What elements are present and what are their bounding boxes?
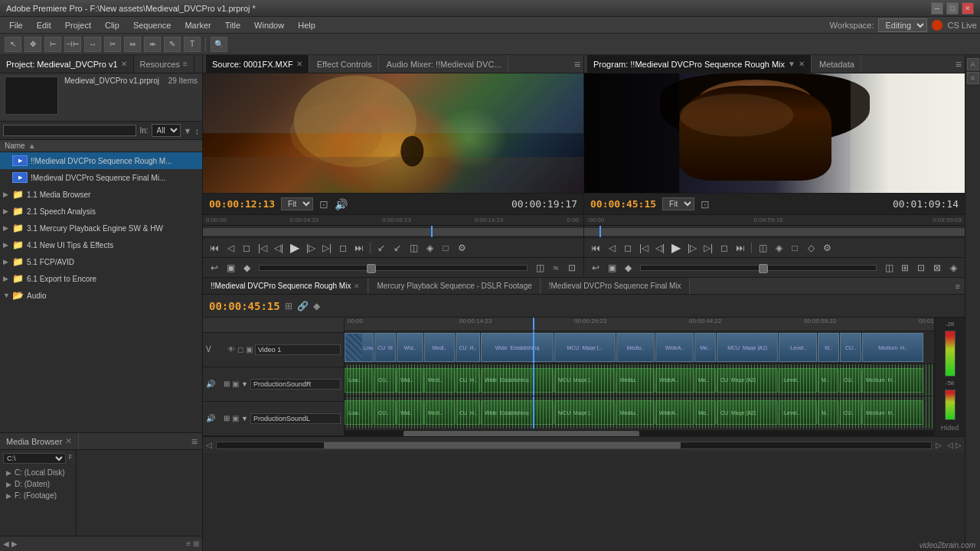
audio-track-1[interactable]: Low.. CU.. Wid.. Medi.. CU_H.. Wide_Esta…: [345, 364, 934, 396]
list-item[interactable]: ▶ 📁 2.1 Speech Analysis: [0, 203, 202, 220]
settings-btn[interactable]: ⚙: [455, 243, 469, 253]
video-clip[interactable]: WideA..: [655, 333, 694, 362]
list-item[interactable]: ▶ 📁 3.1 Mercury Playback Engine SW & HW: [0, 220, 202, 236]
source-jog-handle[interactable]: [367, 264, 376, 273]
list-item[interactable]: ▶ !!Medieval DVCPro Sequence Rough M...: [0, 152, 202, 169]
tl-scroll-right-btn[interactable]: ▷: [956, 441, 962, 449]
toolbar-pen-tool[interactable]: ✎: [164, 37, 181, 52]
prog-btn1[interactable]: ◫: [882, 262, 896, 273]
video-clip[interactable]: Medi..: [424, 333, 455, 362]
list-item[interactable]: ▶ !Medieval DVCPro Sequence Final Mi...: [0, 169, 202, 186]
audio-clip[interactable]: Wide_Establishing: [481, 368, 554, 393]
list-item[interactable]: ▶ 📁 5.1 FCP/AVID: [0, 253, 202, 270]
compare-btn[interactable]: ⊡: [565, 262, 579, 273]
video-clip[interactable]: MCU_Mage [...: [554, 333, 616, 362]
video-clip[interactable]: Me..: [694, 333, 716, 362]
video-clip[interactable]: MCU_Mage [A1]: [717, 333, 778, 362]
a2-expand-btn[interactable]: ▣: [232, 414, 239, 422]
timeline-horizontal-scrollbar[interactable]: [345, 429, 934, 436]
close-button[interactable]: ✕: [962, 2, 974, 15]
menu-project[interactable]: Project: [59, 19, 97, 31]
video-clip[interactable]: Mediu..: [616, 333, 655, 362]
program-monitor-menu-icon[interactable]: ≡: [956, 58, 962, 70]
prog-add-marker-btn[interactable]: ◆: [621, 262, 635, 273]
video-clip[interactable]: Wide_Establishing: [481, 333, 554, 362]
a1-dropdown-arrow[interactable]: ▼: [241, 380, 248, 388]
mb-fav-btn[interactable]: F: [69, 453, 74, 464]
toolbar-razor-tool[interactable]: ✂: [104, 37, 121, 52]
prog-lift-btn[interactable]: ◫: [756, 243, 769, 253]
program-fit-dropdown[interactable]: Fit: [662, 197, 694, 210]
video-clip[interactable]: CU_H..: [456, 333, 480, 362]
audio-clip[interactable]: Wide_Establishing: [481, 400, 554, 425]
mb-next-btn[interactable]: ▶: [11, 540, 18, 548]
program-playhead[interactable]: [599, 226, 601, 237]
video-clip[interactable]: Low..: [345, 333, 374, 362]
tab-program[interactable]: Program: !!Medieval DVCPro Sequence Roug…: [587, 55, 812, 73]
prog-step-back-btn[interactable]: ◁: [605, 243, 619, 253]
prog-mark-out-btn[interactable]: ◻: [717, 243, 731, 253]
list-item[interactable]: ▶ 📁 4.1 New UI Tips & Effects: [0, 236, 202, 253]
search-filter-icon[interactable]: ▼: [184, 126, 192, 135]
toolbar-slip-tool[interactable]: ⇔: [124, 37, 141, 52]
timeline-current-timecode[interactable]: 00:00:45:15: [209, 300, 280, 312]
tl-scroll-left-btn[interactable]: ◁: [947, 441, 953, 449]
program-monitor-timeline[interactable]: [584, 225, 965, 237]
toolbar-ripple-tool[interactable]: ⊢: [44, 37, 61, 52]
timeline-tab-1[interactable]: Mercury Playback Sequence - DSLR Footage: [369, 278, 540, 294]
program-jog-bar[interactable]: [640, 265, 877, 271]
timeline-tab-2[interactable]: !Medieval DVCPro Sequence Final Mix: [541, 278, 690, 294]
video-clip[interactable]: Medium_H..: [862, 333, 923, 362]
prog-next-edit-btn[interactable]: ▷|: [701, 243, 715, 253]
step-back-btn[interactable]: ◁: [224, 243, 237, 253]
source-tab-close[interactable]: ✕: [296, 60, 302, 68]
program-safe-zones-btn[interactable]: ⊡: [701, 198, 710, 210]
prog-settings-btn[interactable]: ⚙: [820, 243, 834, 253]
drive-item-c[interactable]: ▶ C: (Local Disk): [3, 467, 73, 478]
audio-track-2[interactable]: Low.. CU.. Wid.. Medi.. CU_H.. Wide_Esta…: [345, 396, 934, 429]
media-browser-tab-close[interactable]: ✕: [65, 436, 72, 446]
toolbar-type-tool[interactable]: T: [184, 37, 201, 52]
v1-name-input[interactable]: [255, 344, 341, 355]
goto-in-btn[interactable]: ⏮: [207, 243, 221, 253]
menu-marker[interactable]: Marker: [178, 19, 217, 31]
maximize-button[interactable]: □: [946, 2, 959, 15]
list-item[interactable]: ▼ 📂 Audio: [0, 287, 202, 304]
prog-goto-out-btn[interactable]: ⏭: [733, 243, 747, 253]
prog-step-fwd-1-btn[interactable]: |▷: [685, 243, 699, 253]
mb-prev-btn[interactable]: ◀: [3, 540, 9, 548]
project-search-input[interactable]: [3, 125, 136, 136]
list-item[interactable]: ▶ 📁 1.1 Media Browser: [0, 186, 202, 203]
right-panel-btn-1[interactable]: A: [967, 58, 979, 70]
right-panel-btn-2[interactable]: ≡: [967, 72, 979, 84]
list-item[interactable]: ▶ 📁 6.1 Export to Encore: [0, 270, 202, 287]
prev-edit-btn[interactable]: |◁: [256, 243, 270, 253]
tab-audio-mixer[interactable]: Audio Mixer: !!Medieval DVC...: [381, 55, 508, 73]
menu-title[interactable]: Title: [219, 19, 247, 31]
step-fwd-1-btn[interactable]: |▷: [304, 243, 318, 253]
next-edit-btn[interactable]: ▷|: [320, 243, 334, 253]
menu-window[interactable]: Window: [248, 19, 290, 31]
video-clip[interactable]: Wid..: [397, 333, 423, 362]
timeline-scroll-thumb[interactable]: [403, 431, 639, 436]
toolbar-select-tool[interactable]: ↖: [5, 37, 21, 52]
tab-metadata[interactable]: Metadata: [813, 55, 861, 73]
source-monitor-menu-icon[interactable]: ≡: [574, 58, 580, 70]
source-fit-dropdown[interactable]: Fit: [281, 197, 313, 210]
tab-source[interactable]: Source: 0001FX.MXF ✕: [206, 55, 309, 73]
v1-expand-btn[interactable]: ▣: [246, 345, 253, 354]
a1-mute-icon[interactable]: 🔊: [206, 380, 221, 388]
toolbar-rate-tool[interactable]: ↔: [84, 37, 101, 52]
toolbar-search[interactable]: 🔍: [211, 37, 227, 52]
prog-prev-edit-btn[interactable]: |◁: [637, 243, 651, 253]
video-clip[interactable]: CU..: [840, 333, 861, 362]
loop-btn[interactable]: ↩: [207, 262, 221, 273]
source-monitor-timeline[interactable]: [203, 225, 583, 237]
prog-btn2[interactable]: ⊞: [898, 262, 912, 273]
video-clip[interactable]: :Level..: [779, 333, 817, 362]
video-clip[interactable]: CU_M: [374, 333, 396, 362]
program-tab-close[interactable]: ✕: [799, 60, 805, 68]
workspace-dropdown[interactable]: Editing: [878, 18, 927, 32]
a2-name-input[interactable]: [250, 413, 341, 424]
program-dropdown-icon[interactable]: ▼: [788, 60, 795, 68]
